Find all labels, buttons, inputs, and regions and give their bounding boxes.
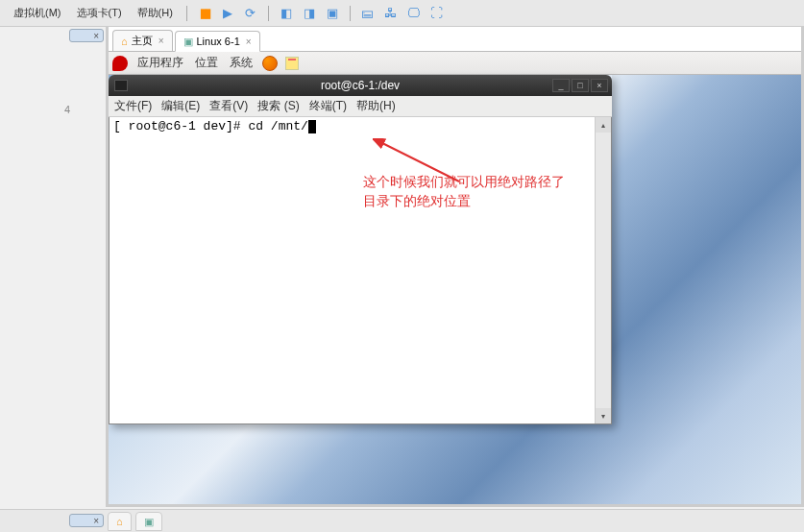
vm-icon: ▣ xyxy=(183,36,193,48)
firefox-icon[interactable] xyxy=(262,56,278,71)
page-number: 4 xyxy=(64,104,70,115)
toolbar-divider xyxy=(350,6,351,21)
cursor-icon xyxy=(308,120,316,133)
toolbar-divider xyxy=(268,6,269,21)
host-menu-vm[interactable]: 虚拟机(M) xyxy=(8,4,67,22)
scroll-down-icon[interactable]: ▾ xyxy=(596,408,611,423)
terminal-menu-edit[interactable]: 编辑(E) xyxy=(161,98,200,114)
terminal-menu-file[interactable]: 文件(F) xyxy=(114,98,152,114)
terminal-menubar: 文件(F) 编辑(E) 查看(V) 搜索 (S) 终端(T) 帮助(H) xyxy=(109,96,612,117)
annotation-text: 这个时候我们就可以用绝对路径了 目录下的绝对位置 xyxy=(363,173,565,211)
terminal-menu-help[interactable]: 帮助(H) xyxy=(356,98,396,114)
box-icon[interactable]: ▣ xyxy=(323,4,342,23)
home-icon: ⌂ xyxy=(121,36,128,47)
terminal-titlebar[interactable]: root@c6-1:/dev _ □ × xyxy=(109,75,612,96)
bottom-tab-vm[interactable]: ▣ xyxy=(135,512,162,531)
notes-icon[interactable] xyxy=(285,57,299,70)
display-icon[interactable]: 🖵 xyxy=(404,4,424,23)
panel-close-pill-bottom[interactable]: × xyxy=(69,514,104,527)
minimize-button[interactable]: _ xyxy=(552,79,570,92)
tab-home-label: 主页 xyxy=(132,34,153,48)
home-icon: ⌂ xyxy=(116,516,123,527)
pause-icon[interactable]: ▮▮ xyxy=(195,4,214,23)
bottom-tab-home[interactable]: ⌂ xyxy=(108,512,132,531)
tab-home[interactable]: ⌂ 主页 × xyxy=(112,30,173,51)
annotation-line2: 目录下的绝对位置 xyxy=(363,192,565,211)
terminal-menu-search[interactable]: 搜索 (S) xyxy=(257,98,299,114)
host-menu-tabs[interactable]: 选项卡(T) xyxy=(71,4,128,22)
terminal-command: cd /mnt/ xyxy=(248,119,307,133)
terminal-window: root@c6-1:/dev _ □ × 文件(F) 编辑(E) 查看(V) 搜… xyxy=(109,75,612,424)
bottom-tabs: ⌂ ▣ xyxy=(108,510,162,531)
toolbar-divider xyxy=(186,6,187,21)
play-icon[interactable]: ▶ xyxy=(218,4,237,23)
snapshot-mgr-icon[interactable]: ◨ xyxy=(300,4,319,23)
window-controls: _ □ × xyxy=(552,79,608,92)
gnome-panel: 应用程序 位置 系统 xyxy=(109,52,801,75)
places-menu[interactable]: 位置 xyxy=(193,55,220,71)
vm-tabbar: ⌂ 主页 × ▣ Linux 6-1 × xyxy=(109,27,801,52)
fullscreen-icon[interactable]: ⛶ xyxy=(427,4,447,23)
panel-close-pill[interactable]: × xyxy=(69,29,104,42)
network-icon[interactable]: 🖧 xyxy=(381,4,401,23)
system-menu[interactable]: 系统 xyxy=(228,55,255,71)
guest-desktop: 应用程序 位置 系统 root@c6-1:/dev _ □ × xyxy=(109,52,801,504)
terminal-menu-view[interactable]: 查看(V) xyxy=(209,98,248,114)
host-toolbar: 虚拟机(M) 选项卡(T) 帮助(H) ▮▮ ▶ ⟳ ◧ ◨ ▣ 🖴 🖧 🖵 ⛶ xyxy=(0,0,804,27)
tab-close-icon[interactable]: × xyxy=(246,36,252,47)
terminal-titlebar-icon xyxy=(114,80,128,91)
annotation-line1: 这个时候我们就可以用绝对路径了 xyxy=(363,173,565,192)
terminal-menu-terminal[interactable]: 终端(T) xyxy=(309,98,347,114)
terminal-title: root@c6-1:/dev xyxy=(321,79,400,92)
snapshot-icon[interactable]: ◧ xyxy=(277,4,296,23)
tab-linux[interactable]: ▣ Linux 6-1 × xyxy=(175,31,260,52)
terminal-prompt: [ root@c6-1 dev]# xyxy=(113,119,248,133)
redhat-logo-icon[interactable] xyxy=(112,56,128,71)
terminal-body[interactable]: [ root@c6-1 dev]# cd /mnt/ ▴ ▾ xyxy=(109,117,612,424)
maximize-button[interactable]: □ xyxy=(572,79,589,92)
bottom-strip: × ⌂ ▣ xyxy=(0,509,804,532)
close-button[interactable]: × xyxy=(591,79,608,92)
tab-linux-label: Linux 6-1 xyxy=(197,36,240,47)
terminal-scrollbar[interactable]: ▴ ▾ xyxy=(595,117,611,423)
vm-icon: ▣ xyxy=(144,516,154,528)
tab-close-icon[interactable]: × xyxy=(158,36,164,46)
terminal-content[interactable]: [ root@c6-1 dev]# cd /mnt/ xyxy=(110,117,594,423)
main-area: × 4 ⌂ 主页 × ▣ Linux 6-1 × 应用程序 位置 系统 xyxy=(0,27,804,532)
scroll-up-icon[interactable]: ▴ xyxy=(596,117,611,133)
vm-viewport: ⌂ 主页 × ▣ Linux 6-1 × 应用程序 位置 系统 xyxy=(106,27,804,507)
restart-icon[interactable]: ⟳ xyxy=(241,4,260,23)
disk-icon[interactable]: 🖴 xyxy=(358,4,378,23)
applications-menu[interactable]: 应用程序 xyxy=(135,55,185,71)
host-menu-help[interactable]: 帮助(H) xyxy=(132,4,179,22)
